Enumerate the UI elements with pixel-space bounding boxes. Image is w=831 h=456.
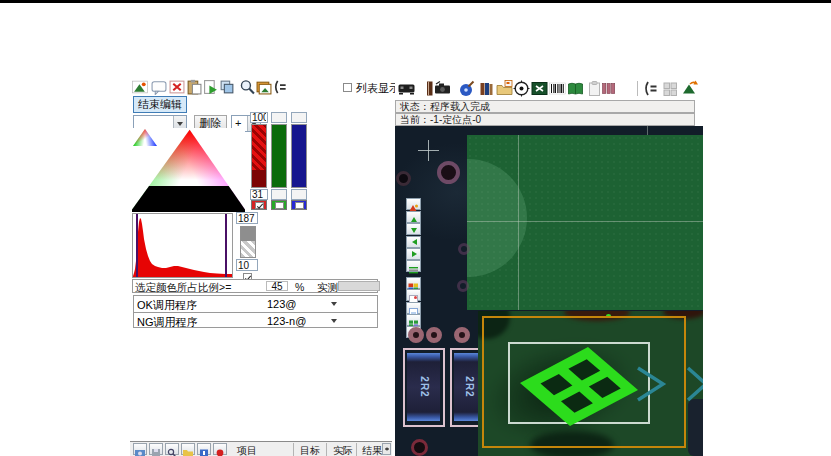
move-left-button[interactable] [406,236,421,248]
blue-min-input[interactable] [291,189,307,200]
resistor-label: 2R2 [464,376,475,397]
image-adjust-button[interactable] [132,79,148,95]
status-line: 状态：程序载入完成 [395,100,695,113]
list-display-checkbox[interactable] [343,83,352,92]
actual-column-label: 实际 [333,444,353,456]
program-folder-icon [496,80,513,97]
columns-button[interactable] [600,80,617,97]
record-small-button[interactable] [213,443,227,455]
target-column-label: 目标 [300,444,320,456]
green-max-input[interactable] [271,112,287,123]
fiducial-overlay [478,311,703,456]
columns-icon [600,80,617,97]
palette-button[interactable] [406,277,421,289]
red-channel-checkbox[interactable] [251,200,267,210]
result-bottom-bar: 项目 目标 实际 结果 [130,441,392,456]
threshold-min-input[interactable] [236,259,258,271]
fiducial-inset-window[interactable] [478,311,703,456]
barcode-button[interactable] [549,80,566,97]
phone-line-button[interactable] [642,80,659,97]
move-right-button[interactable] [406,248,421,260]
camera-viewport[interactable]: 2R2 2R2 [395,126,703,456]
camera-button[interactable] [434,80,451,97]
grid-button[interactable] [662,80,679,97]
camera-film-button[interactable] [398,80,415,97]
red-threshold-bar[interactable] [251,124,267,188]
folder-small-icon [182,448,194,456]
blue-threshold-bar[interactable] [291,124,307,188]
phone-line-button[interactable] [272,79,288,95]
green-threshold-bar[interactable] [271,124,287,188]
grid-green-button[interactable] [406,314,421,326]
open-book-icon [567,80,584,97]
phone-line-icon [642,80,659,97]
comment-button[interactable] [151,79,167,95]
image-library-icon [256,79,272,95]
row-spinner[interactable] [382,443,391,455]
delete-image-button[interactable] [169,79,185,95]
panel-close-button[interactable] [531,80,548,97]
panel-close-icon [531,80,548,97]
move-down-button[interactable] [406,223,421,235]
chevron-down-icon[interactable] [331,319,337,326]
ratio-label: 选定颜色所占比例>= [135,281,231,295]
end-edit-button[interactable]: 结束编辑 [133,96,187,113]
pcb-pad [408,327,424,343]
target-button[interactable] [513,80,530,97]
camera-icon [434,80,451,97]
green-channel-checkbox[interactable] [271,200,287,210]
paste-button[interactable] [186,79,202,95]
check-icon [257,202,263,208]
threshold-max-input[interactable] [236,212,258,224]
save-small-icon [150,448,162,456]
save-small-button[interactable] [149,443,163,455]
zoom-icon [239,79,255,95]
measured-value-box [338,281,380,291]
books-button[interactable] [478,80,495,97]
red-max-input[interactable] [250,112,268,123]
frame-button[interactable] [406,302,421,314]
arrow-up-icon [411,214,417,222]
toolbar-divider [637,81,638,96]
shape-p-button[interactable] [406,289,421,301]
range-marker-left[interactable] [136,214,138,277]
blue-channel-checkbox[interactable] [291,200,307,210]
ng-call-row: NG调用程序 123-n@ [134,312,377,328]
pcb-pad [426,327,442,343]
range-marker-right[interactable] [225,214,227,277]
pcb-pad [458,243,470,255]
camera-small-button[interactable] [133,443,147,455]
program-folder-button[interactable] [496,80,513,97]
list-button[interactable] [406,260,421,272]
zoom-button[interactable] [239,79,255,95]
zoom-small-button[interactable] [165,443,179,455]
image-undo-icon [681,80,698,97]
red-min-input[interactable] [250,189,268,200]
run-program-button[interactable] [203,79,219,95]
books-icon [478,80,495,97]
marker-button[interactable] [406,198,421,210]
luminance-threshold-bar[interactable] [240,226,256,258]
green-min-input[interactable] [271,189,287,200]
tag-small-button[interactable] [197,443,211,455]
image-undo-button[interactable] [681,80,698,97]
chevron-down-icon[interactable] [331,302,337,309]
ng-call-value[interactable]: 123-n@ [267,315,306,327]
resistor-label: 2R2 [418,376,429,397]
save-all-button[interactable] [219,79,235,95]
blue-max-input[interactable] [291,112,307,123]
histogram-panel[interactable] [132,213,233,278]
pcb-pad [437,161,460,184]
arrow-down-icon [411,228,417,236]
barcode-icon [549,80,566,97]
open-book-button[interactable] [567,80,584,97]
ratio-value-input[interactable] [266,281,288,291]
pcb-pad [454,327,470,343]
ok-call-value[interactable]: 123@ [267,298,297,310]
image-library-button[interactable] [256,79,272,95]
move-up-button[interactable] [406,211,421,223]
color-triangle-picker[interactable] [132,128,245,212]
disc-pin-button[interactable] [458,80,475,97]
folder-small-button[interactable] [181,443,195,455]
record-small-icon [214,448,226,456]
